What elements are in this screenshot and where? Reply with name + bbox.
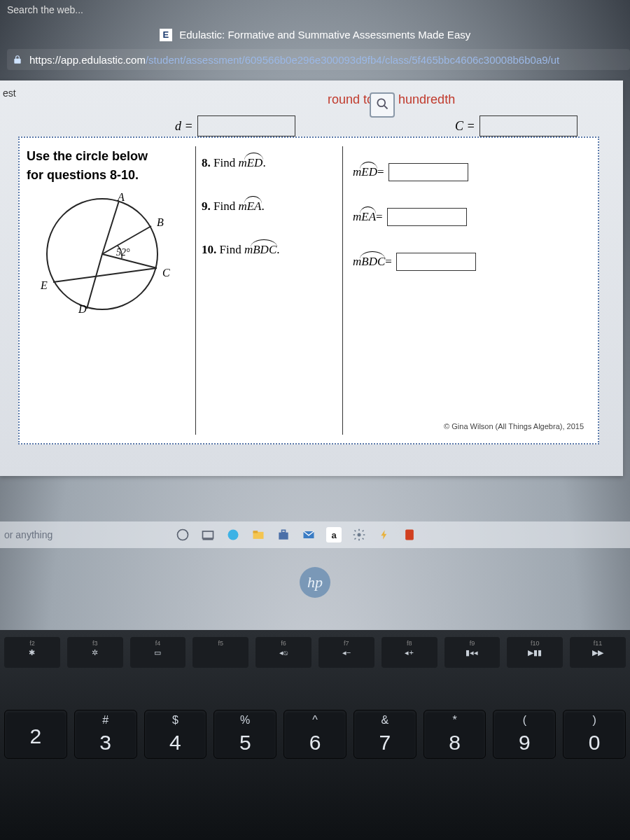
mail-icon[interactable] (301, 527, 316, 542)
function-key-f10[interactable]: f10▶▮▮ (507, 637, 563, 668)
hp-branding: hp (0, 567, 630, 598)
svg-rect-8 (203, 531, 214, 538)
number-key-2[interactable]: 2 (4, 710, 67, 759)
vertex-a: A (118, 191, 125, 204)
search-button[interactable] (370, 92, 395, 118)
keyboard: f2✱f3✲f4▭f5f6◂⍉f7◂−f8◂+f9▮◂◂f10▶▮▮f11▶▶ … (0, 630, 630, 840)
vertex-b: B (157, 216, 164, 229)
worksheet: round to the hundredth Use the circle be… (18, 136, 599, 444)
power-icon[interactable] (377, 527, 392, 542)
answer-row-9: mEA = (353, 208, 591, 226)
q10-number: 10. (202, 243, 216, 256)
url-path: /student/assessment/609566b0e296e300093d… (146, 54, 559, 66)
cortana-icon[interactable] (175, 527, 190, 542)
q9-text: Find (214, 200, 238, 213)
taskbar-search-input[interactable]: or anything (4, 529, 52, 540)
page-content: est d = C = round to the hundredth Use t… (0, 80, 623, 476)
svg-point-0 (377, 99, 385, 106)
vertex-e: E (41, 279, 48, 292)
svg-rect-14 (282, 530, 286, 532)
inactive-tab[interactable]: Search the web... (0, 1, 90, 20)
function-key-f6[interactable]: f6◂⍉ (255, 637, 312, 668)
question-10: 10. Find mBDC. (202, 243, 337, 257)
page-title: Edulastic: Formative and Summative Asses… (179, 29, 470, 41)
answer-box-mbdc[interactable] (396, 253, 476, 271)
office-icon[interactable] (402, 527, 417, 542)
number-key-8[interactable]: *8 (424, 710, 486, 759)
function-key-f11[interactable]: f11▶▶ (570, 637, 626, 668)
ans10-var: mBDC (353, 255, 385, 269)
ans8-eq: = (377, 165, 384, 179)
q10-suffix: . (276, 243, 279, 256)
svg-rect-13 (279, 533, 288, 540)
function-key-f3[interactable]: f3✲ (67, 637, 123, 668)
answer-box-c[interactable] (479, 115, 578, 136)
vertex-d: D (78, 303, 87, 316)
number-key-0[interactable]: )0 (563, 710, 626, 759)
number-key-4[interactable]: $4 (144, 710, 207, 759)
svg-point-7 (178, 530, 188, 540)
question-8: 8. Find mED. (202, 156, 337, 170)
active-tab-title[interactable]: E Edulastic: Formative and Summative Ass… (0, 28, 630, 41)
number-key-3[interactable]: #3 (74, 710, 137, 759)
svg-line-6 (87, 254, 102, 309)
answer-box-med[interactable] (388, 163, 468, 181)
answer-box-mea[interactable] (387, 208, 467, 226)
number-key-7[interactable]: &7 (354, 710, 416, 759)
answer-row-8: mED = (353, 163, 591, 181)
q8-number: 8. (202, 156, 211, 169)
answer-c-equals: C = (455, 115, 578, 136)
settings-icon[interactable] (351, 527, 367, 542)
q8-text: Find (214, 156, 238, 169)
svg-rect-17 (405, 530, 414, 540)
q10-text: Find (220, 243, 244, 256)
function-key-f9[interactable]: f9▮◂◂ (444, 637, 500, 668)
amazon-icon[interactable]: a (326, 527, 342, 542)
search-icon (375, 97, 389, 113)
q8-suffix: . (262, 156, 265, 169)
d-label: d = (175, 119, 193, 134)
function-key-f8[interactable]: f8◂+ (382, 637, 438, 668)
copyright-text: © Gina Wilson (All Things Algebra), 2015 (444, 422, 584, 430)
number-key-row: 2#3$4%5^6&7*8(9)0 (0, 675, 630, 766)
lock-icon (13, 55, 22, 64)
taskbar-tray: a (175, 527, 417, 542)
svg-line-1 (384, 106, 388, 109)
svg-point-16 (358, 533, 361, 537)
function-key-f5[interactable]: f5 (192, 637, 248, 668)
function-key-f2[interactable]: f2✱ (4, 637, 60, 668)
file-explorer-icon[interactable] (251, 527, 266, 542)
function-key-f7[interactable]: f7◂− (318, 637, 374, 668)
answer-box-d[interactable] (197, 115, 295, 136)
function-key-f4[interactable]: f4▭ (130, 637, 186, 668)
breadcrumb[interactable]: est (0, 86, 19, 100)
column-questions: 8. Find mED. 9. Find mEA. 10. Find mBDC. (196, 146, 343, 435)
ans10-eq: = (385, 255, 392, 269)
c-label: C = (455, 119, 475, 134)
q9-suffix: . (261, 200, 264, 213)
q9-number: 9. (202, 200, 211, 213)
column-answers: mED = mEA = mBDC = © Gina Wilson (All Th… (343, 146, 591, 435)
browser-tab-strip: Search the web... (0, 0, 630, 21)
circle-figure: A B C D E 52° (39, 191, 169, 321)
url-bar[interactable]: https://app.edulastic.com/student/assess… (7, 49, 630, 70)
svg-rect-12 (253, 531, 258, 533)
number-key-6[interactable]: ^6 (284, 710, 346, 759)
q9-var: mEA (238, 200, 261, 214)
q8-var: mED (238, 156, 262, 170)
ans9-eq: = (376, 210, 383, 224)
angle-52: 52° (116, 247, 130, 258)
screen: Search the web... E Edulastic: Formative… (0, 0, 630, 840)
edge-icon[interactable] (225, 527, 241, 542)
number-key-9[interactable]: (9 (493, 710, 556, 759)
svg-line-5 (53, 268, 157, 282)
taskview-icon[interactable] (200, 527, 216, 542)
q10-var: mBDC (244, 243, 276, 257)
circle-lines (39, 191, 169, 321)
favicon-icon: E (160, 29, 172, 41)
number-key-5[interactable]: %5 (214, 710, 276, 759)
hp-logo-icon: hp (300, 567, 330, 598)
taskbar: or anything a (0, 522, 630, 548)
function-key-row: f2✱f3✲f4▭f5f6◂⍉f7◂−f8◂+f9▮◂◂f10▶▮▮f11▶▶ (0, 630, 630, 675)
store-icon[interactable] (276, 527, 291, 542)
